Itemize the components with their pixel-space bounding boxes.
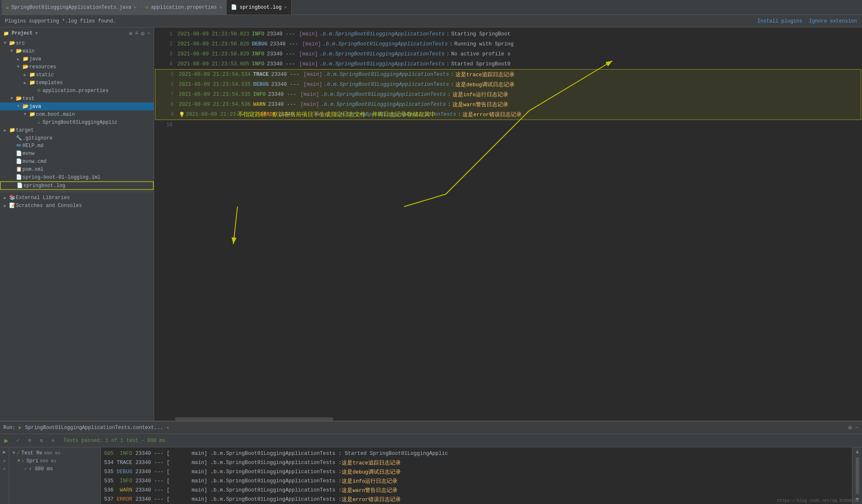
log-class-4: .b.m.SpringBoot01LoggingApplicationTests (320, 61, 445, 67)
run-left-toolbar: ▶ ⊙ ≡ (0, 447, 9, 504)
ignore-extension-link[interactable]: Ignore extension (809, 18, 857, 24)
line-num-6: 6 (159, 82, 174, 87)
tree-label-app-props: application.properties (42, 88, 108, 94)
run-tab-close[interactable]: ✕ (166, 425, 169, 430)
sidebar-minimize-icon[interactable]: − (147, 30, 150, 37)
run-settings-icon[interactable]: ⚙ (848, 424, 852, 431)
test-time-1: 880 ms (40, 459, 57, 464)
run-label: Run: (3, 425, 15, 431)
scroll-up-icon[interactable]: ▲ (856, 449, 859, 455)
vertical-scrollbar[interactable] (856, 457, 859, 494)
log-thread-1: [main] (299, 31, 318, 37)
tree-springboot-class[interactable]: ☕ SpringBoot01LoggingApplic (0, 118, 154, 126)
log-thread-2: [main] (302, 41, 321, 47)
test-label-1: Spri (26, 458, 38, 464)
log-level-6: DEBUG (253, 82, 269, 87)
tree-springboot-log[interactable]: 📄 springboot.log (0, 181, 154, 190)
run-log-level-4: WARN (114, 487, 132, 493)
tree-mvnw-cmd[interactable]: 📄 mvnw.cmd (0, 157, 154, 165)
run-bar: Run: ▶ SpringBoot01LoggingApplicationTes… (0, 422, 862, 434)
run-minimize-icon[interactable]: − (855, 424, 859, 431)
tree-test[interactable]: ▼ 📂 test (0, 95, 154, 102)
tree-static[interactable]: ▶ 📁 static (0, 71, 154, 79)
run-check-button[interactable]: ✓ (13, 436, 22, 445)
test-tree-item-2[interactable]: ✓ ‹ 880 ms (9, 465, 100, 473)
log-tab-icon: 📄 (231, 4, 237, 10)
run-log-ts-1: 534 (104, 460, 114, 466)
run-expand-button[interactable]: » (48, 436, 57, 445)
tree-pom-xml[interactable]: 📋 pom.xml (0, 165, 154, 173)
tree-java[interactable]: ▶ 📁 java (0, 55, 154, 63)
tree-java2[interactable]: ▼ 📂 java (0, 102, 154, 110)
test-tree-item-0[interactable]: ▼ ✓ Test Re 880 ms (9, 449, 100, 457)
log-colon-2: : (450, 41, 453, 47)
run-log-level-5: ERROR (114, 497, 132, 502)
log-pid-3: 23340 --- (267, 51, 295, 57)
tab-log-close[interactable]: ✕ (284, 5, 287, 10)
test-tree-item-1[interactable]: ▼ ✓ Spri 880 ms (9, 457, 100, 465)
log-ts-5: 2021-08-09 21:23:54.534 (179, 72, 251, 77)
log-thread-5: [main] (304, 72, 322, 77)
tree-com-boot-main[interactable]: ▼ 📁 com.boot.main (0, 110, 154, 118)
folder-resources-icon: 📂 (22, 64, 29, 70)
line-num-8: 8 (159, 102, 174, 107)
horizontal-scrollbar[interactable] (175, 417, 333, 421)
tree-gitignore[interactable]: 🔧 .gitignore (0, 134, 154, 142)
line-num-2: 2 (157, 41, 172, 47)
install-plugins-link[interactable]: Install plugins (757, 18, 802, 24)
tab-log[interactable]: 📄 springboot.log ✕ (227, 0, 291, 15)
run-log-line-0: 605 INFO 23340 --- [ main] .b.m.SpringBo… (104, 449, 849, 458)
run-play-button[interactable]: ▶ (2, 436, 11, 445)
tree-mvnw[interactable]: 📄 mvnw (0, 150, 154, 157)
run-log-msg-1: 这是trace追踪日志记录 (342, 459, 401, 467)
tree-templates[interactable]: ▶ 📁 templates (0, 79, 154, 87)
log-msg-2: Running with Spring (454, 41, 514, 47)
run-rerun-button[interactable]: ⇅ (37, 436, 46, 445)
log-level-7: INFO (253, 92, 266, 97)
tree-resources[interactable]: ▼ 📂 resources (0, 63, 154, 71)
tab-properties[interactable]: ⚙ application.properties ✕ (141, 0, 227, 15)
tree-label-static: static (36, 72, 54, 78)
java-class-icon: ☕ (35, 119, 42, 125)
run-left-icon-3[interactable]: ≡ (3, 467, 5, 472)
tree-scratches[interactable]: ▶ 📝 Scratches and Consoles (0, 202, 154, 210)
run-left-icon-2[interactable]: ⊙ (3, 459, 5, 464)
log-thread-7: [main] (300, 92, 319, 97)
log-thread-8: [main] (300, 102, 319, 107)
tree-arrow-java: ▶ (15, 57, 22, 62)
tree-label-springboot-class: SpringBoot01LoggingApplic (42, 120, 117, 125)
tree-main[interactable]: ▼ 📂 main (0, 47, 154, 55)
sidebar-settings-icon[interactable]: ⚙ (141, 30, 144, 37)
run-log-line-3: 535 INFO 23340 --- [ main] .b.m.SpringBo… (104, 477, 849, 486)
tree-label-mvnw: mvnw (22, 151, 35, 157)
log-level-3: INFO (252, 51, 265, 57)
folder-test-icon: 📂 (15, 95, 22, 102)
run-stop-button[interactable]: ⊘ (25, 436, 34, 445)
tree-arrow-com-boot: ▼ (22, 112, 28, 117)
tree-app-properties[interactable]: ⚙ application.properties (0, 87, 154, 95)
tabs-bar: ☕ SpringBoot01LoggingApplicationTests.ja… (0, 0, 862, 15)
tree-external-libraries[interactable]: ▶ 📚 External Libraries (0, 194, 154, 202)
dropdown-icon[interactable]: ▼ (35, 31, 37, 36)
run-log-msg-3: 这是info运行日志记录 (342, 478, 397, 485)
sidebar-collapse-icon[interactable]: ≡ (135, 30, 138, 37)
tree-iml[interactable]: 📄 spring-boot-01-logging.iml (0, 173, 154, 181)
tree-label-target: target (16, 127, 34, 133)
tab-properties-label: application.properties (151, 5, 217, 10)
tree-help-md[interactable]: MD HELP.md (0, 142, 154, 150)
tab-properties-close[interactable]: ✕ (220, 5, 222, 10)
tree-src[interactable]: ▼ 📂 src (0, 39, 154, 47)
sidebar-title: Project (12, 30, 32, 36)
tab-java[interactable]: ☕ SpringBoot01LoggingApplicationTests.ja… (2, 0, 141, 15)
log-class-3: .b.m.SpringBoot01LoggingApplicationTests (320, 51, 445, 57)
log-colon-7: : (447, 92, 451, 97)
run-left-icon-1[interactable]: ▶ (3, 449, 6, 455)
sidebar-locate-icon[interactable]: ⊕ (129, 30, 132, 37)
run-tab-name[interactable]: SpringBoot01LoggingApplicationTests.cont… (25, 425, 163, 431)
line-num-4: 4 (157, 61, 172, 67)
gitignore-icon: 🔧 (15, 135, 22, 141)
run-log-ts-3: 535 (104, 478, 114, 484)
run-log-level-3: INFO (114, 478, 132, 484)
tab-java-close[interactable]: ✕ (134, 5, 137, 10)
tree-target[interactable]: ▶ 📁 target (0, 126, 154, 134)
